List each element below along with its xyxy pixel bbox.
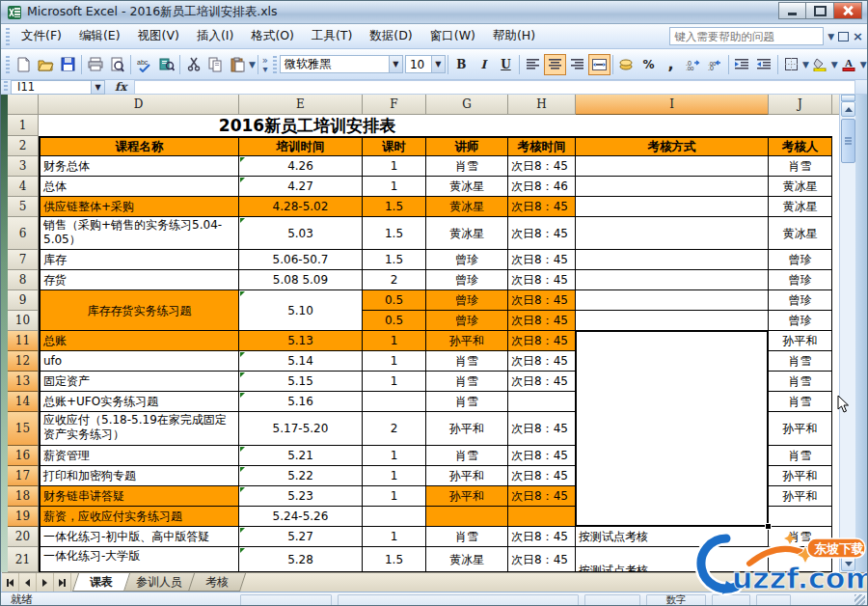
- underline-button[interactable]: U: [495, 54, 517, 75]
- prev-sheet-button[interactable]: [19, 573, 37, 592]
- italic-button[interactable]: I: [473, 54, 495, 75]
- help-dropdown-icon[interactable]: ▼: [827, 32, 834, 41]
- cell-G9[interactable]: 曾珍: [426, 290, 508, 311]
- scrollbar-thumb[interactable]: [841, 119, 855, 163]
- row-header-14[interactable]: 14: [8, 392, 39, 412]
- cell-H8[interactable]: 次日8：45: [508, 270, 576, 290]
- cut-button[interactable]: [182, 54, 204, 75]
- menu-window[interactable]: 窗口(W): [421, 25, 484, 47]
- cell-H19[interactable]: [508, 507, 576, 527]
- cell-D18[interactable]: 财务链串讲答疑: [39, 486, 239, 507]
- bold-button[interactable]: B: [450, 54, 473, 75]
- last-sheet-button[interactable]: [54, 573, 71, 592]
- cell-J4[interactable]: 黄冰星: [769, 177, 832, 197]
- cell-H4[interactable]: 次日8：46: [508, 177, 576, 197]
- decrease-decimal-button[interactable]: .00.0: [704, 54, 726, 75]
- column-header-E[interactable]: E: [239, 95, 363, 115]
- cell-G10[interactable]: 曾珍: [426, 311, 508, 331]
- cell-E18[interactable]: 5.23: [239, 486, 363, 507]
- cell-G17[interactable]: 孙平和: [426, 466, 508, 486]
- cell-F14[interactable]: [363, 392, 426, 412]
- cell-E17[interactable]: 5.22: [239, 466, 363, 486]
- cell-F9[interactable]: 0.5: [363, 290, 426, 311]
- cell-E15[interactable]: 5.17-5.20: [239, 412, 363, 446]
- cell-J11[interactable]: 孙平和: [769, 331, 832, 351]
- cell-I4[interactable]: [576, 177, 769, 197]
- open-button[interactable]: [35, 54, 57, 75]
- cell-H5[interactable]: 次日8：45: [508, 197, 576, 217]
- increase-indent-button[interactable]: [753, 54, 775, 75]
- cell-E5[interactable]: 4.28-5.02: [239, 197, 363, 217]
- cell-J3[interactable]: 肖雪: [769, 156, 832, 177]
- cell-J8[interactable]: 曾珍: [769, 270, 832, 290]
- cell-I8[interactable]: [576, 270, 769, 290]
- font-color-button[interactable]: A: [838, 54, 860, 75]
- name-box[interactable]: I11: [11, 80, 92, 95]
- cell-F21[interactable]: 1.5: [363, 547, 426, 572]
- cell-H14[interactable]: [508, 392, 576, 412]
- sheet-tab-kebiao[interactable]: 课表: [72, 573, 130, 592]
- toolbar-grip[interactable]: [273, 56, 277, 73]
- cell-F20[interactable]: 1: [363, 527, 426, 547]
- cell-G20[interactable]: 肖雪: [426, 527, 508, 547]
- cell-F13[interactable]: 1: [363, 372, 426, 392]
- cell-G15[interactable]: 孙平和: [426, 412, 508, 446]
- cell-E19[interactable]: 5.24-5.26: [239, 507, 363, 527]
- cell-I9[interactable]: [576, 290, 769, 311]
- cell-F8[interactable]: 2: [363, 270, 426, 290]
- cell-E11[interactable]: 5.13: [239, 331, 363, 351]
- row-header-20[interactable]: 20: [8, 527, 39, 547]
- sheet-tab-kaohe[interactable]: 考核: [188, 573, 246, 592]
- cell-D2[interactable]: 课程名称: [39, 136, 239, 156]
- row-header-9[interactable]: 9: [8, 290, 39, 311]
- copy-button[interactable]: [204, 54, 227, 75]
- new-document-button[interactable]: [13, 54, 35, 75]
- font-name-select[interactable]: 微软雅黑 ▼: [280, 55, 403, 73]
- menu-file[interactable]: 文件(F): [13, 25, 70, 47]
- cell-E14[interactable]: 5.16: [239, 392, 363, 412]
- cell-D14[interactable]: 总账+UFO实务练习题: [39, 392, 239, 412]
- row-header-15[interactable]: 15: [8, 412, 39, 446]
- cell-G21[interactable]: 黄冰星: [426, 547, 508, 572]
- cell-J12[interactable]: 肖雪: [769, 351, 832, 372]
- cell-D17[interactable]: 打印和加密狗专题: [39, 466, 239, 486]
- cell-H2[interactable]: 考核时间: [508, 136, 576, 156]
- menu-insert[interactable]: 插入(I): [188, 25, 242, 47]
- paste-button[interactable]: [227, 54, 249, 75]
- cell-F18[interactable]: 1: [363, 486, 426, 507]
- menu-format[interactable]: 格式(O): [242, 25, 303, 47]
- row-header-6[interactable]: 6: [8, 217, 39, 250]
- cell-D11[interactable]: 总账: [39, 331, 239, 351]
- fill-color-dropdown-icon[interactable]: ▼: [831, 60, 838, 69]
- row-header-2[interactable]: 2: [8, 136, 39, 156]
- font-color-dropdown-icon[interactable]: ▼: [860, 60, 867, 69]
- cell-H10[interactable]: 次日8：45: [508, 311, 576, 331]
- cell-E8[interactable]: 5.08 5.09: [239, 270, 363, 290]
- workbook-restore-icon[interactable]: [838, 32, 849, 41]
- cell-H9[interactable]: 次日8：45: [508, 290, 576, 311]
- cell-E16[interactable]: 5.21: [239, 446, 363, 466]
- column-header-I[interactable]: I: [576, 95, 769, 115]
- increase-decimal-button[interactable]: .0.00: [682, 54, 704, 75]
- cell-G12[interactable]: 肖雪: [426, 351, 508, 372]
- cell-D20[interactable]: 一体化练习-初中版、高中版答疑: [39, 527, 239, 547]
- resize-grip[interactable]: [854, 594, 865, 605]
- column-header-J[interactable]: J: [769, 95, 832, 115]
- cell-H15[interactable]: 次日8：45: [508, 412, 576, 446]
- cell-G5[interactable]: 黄冰星: [426, 197, 508, 217]
- percent-style-button[interactable]: %: [637, 54, 660, 75]
- name-box-dropdown-icon[interactable]: ▼: [92, 80, 105, 95]
- cell-E21[interactable]: 5.28: [239, 547, 363, 572]
- column-header-F[interactable]: F: [363, 95, 426, 115]
- row-header-21[interactable]: 21: [8, 547, 39, 572]
- cell-G14[interactable]: 肖雪: [426, 392, 508, 412]
- currency-style-button[interactable]: [615, 54, 637, 75]
- cell-D21[interactable]: 一体化练习-大学版: [39, 547, 239, 572]
- cell-G2[interactable]: 讲师: [426, 136, 508, 156]
- cell-G3[interactable]: 肖雪: [426, 156, 508, 177]
- cell-E9[interactable]: 5.10: [239, 290, 363, 331]
- toolbar-grip[interactable]: [6, 28, 10, 45]
- cell-G8[interactable]: 曾珍: [426, 270, 508, 290]
- cell-D4[interactable]: 总体: [39, 177, 239, 197]
- cell-E20[interactable]: 5.27: [239, 527, 363, 547]
